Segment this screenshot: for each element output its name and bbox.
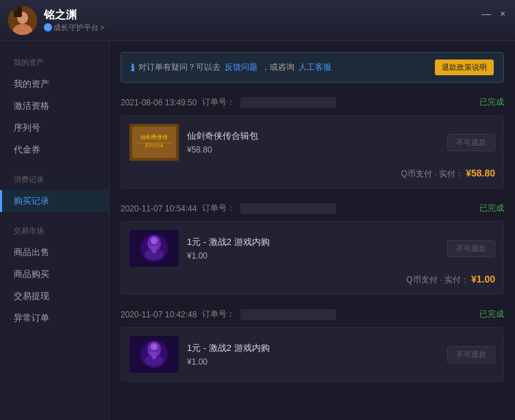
sidebar-section-assets-title: 我的资产 xyxy=(0,55,109,70)
notice-banner: ℹ 对订单有疑问？可以去 反馈问题 ，或咨询 人工客服 退款政策说明 xyxy=(121,52,504,83)
sidebar-item-serial[interactable]: 序列号 xyxy=(0,117,109,139)
info-icon: ℹ xyxy=(131,62,134,73)
sidebar-item-voucher[interactable]: 代金券 xyxy=(0,139,109,161)
sidebar-item-my-assets[interactable]: 我的资产 xyxy=(0,73,109,95)
no-refund-btn-3: 不可退款 xyxy=(447,346,495,363)
item-price-2: ¥1.00 xyxy=(187,251,439,261)
order-datetime-1: 2021-08-06 13:49:50 xyxy=(121,98,197,107)
notice-text: ℹ 对订单有疑问？可以去 反馈问题 ，或咨询 人工客服 xyxy=(131,62,331,73)
sidebar-section-consumption-title: 消费记录 xyxy=(0,172,109,187)
sidebar-section-consumption: 消费记录 购买记录 xyxy=(0,172,109,212)
user-info: 铭之渊 成长守护平台 > xyxy=(44,8,104,33)
item-name-1: 仙剑奇侠传合辑包 xyxy=(187,130,439,142)
main-layout: 我的资产 我的资产 激活资格 序列号 代金券 消费记录 购买记录 交易市场 商品… xyxy=(0,41,515,420)
sidebar-item-trade-withdraw[interactable]: 交易提现 xyxy=(0,285,109,307)
order-status-3: 已完成 xyxy=(479,309,504,320)
feedback-link[interactable]: 反馈问题 xyxy=(225,62,258,73)
item-thumb-2 xyxy=(129,230,179,267)
no-refund-btn-1: 不可退款 xyxy=(447,134,495,151)
order-block-1: 2021-08-06 13:49:50 订单号： 已完成 仙剑奇侠传 系列合辑 xyxy=(121,96,504,189)
item-name-2: 1元 - 激战2 游戏内购 xyxy=(187,236,439,248)
order-id-value-1 xyxy=(240,97,336,108)
sidebar: 我的资产 我的资产 激活资格 序列号 代金券 消费记录 购买记录 交易市场 商品… xyxy=(0,41,110,420)
item-price-1: ¥58.80 xyxy=(187,145,439,155)
order-item-row-3: 1元 - 激战2 游戏内购 ¥1.00 不可退款 xyxy=(129,336,495,373)
order-header-1: 2021-08-06 13:49:50 订单号： 已完成 xyxy=(121,96,504,108)
sidebar-item-goods-buy[interactable]: 商品购买 xyxy=(0,263,109,285)
thumb-bg-2 xyxy=(129,230,179,267)
order-footer-1: Q币支付 · 实付： ¥58.80 xyxy=(129,168,495,180)
item-name-3: 1元 - 激战2 游戏内购 xyxy=(187,342,439,354)
thumb-bg-1: 仙剑奇侠传 系列合辑 xyxy=(129,124,179,161)
order-header-2: 2020-11-07 10:54:44 订单号： 已完成 xyxy=(121,202,504,214)
item-thumb-1: 仙剑奇侠传 系列合辑 xyxy=(129,124,179,161)
subtitle: 成长守护平台 > xyxy=(44,23,104,33)
refund-policy-button[interactable]: 退款政策说明 xyxy=(435,60,494,75)
order-item-row-2: 1元 - 激战2 游戏内购 ¥1.00 不可退款 xyxy=(129,230,495,267)
order-label-1: 订单号： xyxy=(202,96,235,108)
svg-rect-4 xyxy=(12,9,17,11)
item-details-1: 仙剑奇侠传合辑包 ¥58.80 xyxy=(187,130,439,155)
username: 铭之渊 xyxy=(44,8,104,23)
order-header-3: 2020-11-07 10:42:48 订单号： 已完成 xyxy=(121,309,504,320)
item-details-2: 1元 - 激战2 游戏内购 ¥1.00 xyxy=(187,236,439,261)
order-datetime-3: 2020-11-07 10:42:48 xyxy=(121,310,197,319)
order-id-value-2 xyxy=(240,203,336,214)
customer-service-link[interactable]: 人工客服 xyxy=(299,62,331,73)
order-status-1: 已完成 xyxy=(479,96,504,108)
title-bar: 铭之渊 成长守护平台 > — × xyxy=(0,0,515,41)
sidebar-item-activate[interactable]: 激活资格 xyxy=(0,95,109,117)
svg-rect-3 xyxy=(14,6,22,17)
subtitle-icon xyxy=(44,23,52,31)
close-button[interactable]: × xyxy=(497,8,508,19)
svg-point-20 xyxy=(151,343,158,350)
order-card-1: 仙剑奇侠传 系列合辑 仙剑奇侠传合辑包 ¥58.80 不可退款 Q币支付 · 实… xyxy=(121,115,504,189)
order-item-row-1: 仙剑奇侠传 系列合辑 仙剑奇侠传合辑包 ¥58.80 不可退款 xyxy=(129,124,495,161)
order-footer-2: Q币支付 · 实付： ¥1.00 xyxy=(129,274,495,286)
order-block-3: 2020-11-07 10:42:48 订单号： 已完成 xyxy=(121,309,504,382)
order-total-2: ¥1.00 xyxy=(471,274,495,285)
content-area: ℹ 对订单有疑问？可以去 反馈问题 ，或咨询 人工客服 退款政策说明 2021-… xyxy=(110,41,515,420)
order-label-2: 订单号： xyxy=(202,202,235,214)
item-details-3: 1元 - 激战2 游戏内购 ¥1.00 xyxy=(187,342,439,367)
sidebar-section-trade: 交易市场 商品出售 商品购买 交易提现 异常订单 xyxy=(0,223,109,329)
order-block-2: 2020-11-07 10:54:44 订单号： 已完成 xyxy=(121,202,504,295)
sidebar-section-trade-title: 交易市场 xyxy=(0,223,109,239)
notice-mid: ，或咨询 xyxy=(262,62,294,73)
sidebar-item-goods-sell[interactable]: 商品出售 xyxy=(0,241,109,263)
order-id-value-3 xyxy=(240,309,336,320)
order-card-2: 1元 - 激战2 游戏内购 ¥1.00 不可退款 Q币支付 · 实付： ¥1.0… xyxy=(121,221,504,295)
avatar xyxy=(8,6,37,35)
sidebar-section-assets: 我的资产 我的资产 激活资格 序列号 代金券 xyxy=(0,55,109,161)
order-status-2: 已完成 xyxy=(479,202,504,214)
thumb-bg-3 xyxy=(129,336,179,373)
svg-point-14 xyxy=(151,237,158,244)
order-total-1: ¥58.80 xyxy=(466,168,495,179)
order-card-3: 1元 - 激战2 游戏内购 ¥1.00 不可退款 xyxy=(121,327,504,382)
no-refund-btn-2: 不可退款 xyxy=(447,240,495,257)
svg-text:系列合辑: 系列合辑 xyxy=(145,143,164,148)
sidebar-item-purchase-records[interactable]: 购买记录 xyxy=(0,190,109,212)
item-thumb-3 xyxy=(129,336,179,373)
order-datetime-2: 2020-11-07 10:54:44 xyxy=(121,204,197,213)
sidebar-item-abnormal-order[interactable]: 异常订单 xyxy=(0,307,109,329)
item-price-3: ¥1.00 xyxy=(187,357,439,367)
minimize-button[interactable]: — xyxy=(481,8,492,19)
svg-text:仙剑奇侠传: 仙剑奇侠传 xyxy=(140,134,168,140)
svg-rect-6 xyxy=(132,127,176,158)
order-label-3: 订单号： xyxy=(202,309,235,320)
payment-method-2: Q币支付 · 实付： xyxy=(406,275,468,285)
notice-prefix: 对订单有疑问？可以去 xyxy=(138,62,221,73)
active-indicator xyxy=(0,190,2,212)
payment-method-1: Q币支付 · 实付： xyxy=(401,169,463,179)
window-controls: — × xyxy=(481,8,508,19)
